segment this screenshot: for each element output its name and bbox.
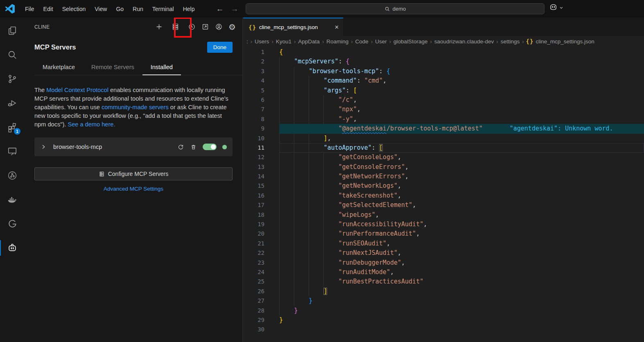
- line-content[interactable]: "wipeLogs",: [279, 210, 644, 220]
- line-number: 26: [243, 287, 264, 296]
- menu-selection[interactable]: Selection: [58, 3, 90, 15]
- line-content[interactable]: "npx",: [279, 105, 644, 114]
- line-content[interactable]: "runBestPracticesAudit": [279, 277, 644, 286]
- line-number: 12: [243, 153, 264, 162]
- line-content[interactable]: "getSelectedElement",: [279, 200, 644, 210]
- line-content[interactable]: "runNextJSAudit",: [279, 248, 644, 258]
- menu-help[interactable]: Help: [179, 3, 199, 15]
- line-content[interactable]: "browser-tools-mcp": {: [279, 67, 644, 76]
- activity-item-extensions-icon[interactable]: 1: [0, 117, 25, 137]
- json-file-icon: {}: [526, 38, 534, 45]
- activity-item-gitlens-icon[interactable]: [0, 166, 25, 185]
- line-content[interactable]: {: [279, 47, 644, 57]
- line-content[interactable]: "runPerformanceAudit",: [279, 229, 644, 239]
- command-center-search[interactable]: demo: [246, 3, 545, 14]
- line-number: 30: [243, 325, 264, 334]
- line-content[interactable]: "mcpServers": {: [279, 57, 644, 66]
- settings-gear-icon[interactable]: ⚙: [228, 22, 237, 32]
- done-button[interactable]: Done: [207, 42, 233, 53]
- copilot-menu[interactable]: [549, 3, 564, 12]
- line-number: 16: [243, 191, 264, 200]
- activity-item-explorer-icon[interactable]: [0, 21, 25, 40]
- forward-arrow-button[interactable]: →: [230, 4, 239, 14]
- line-content[interactable]: [279, 325, 644, 334]
- line-number: 22: [243, 248, 264, 258]
- menu-file[interactable]: File: [20, 3, 39, 15]
- configure-mcp-servers-button[interactable]: Configure MCP Servers: [34, 167, 233, 180]
- activity-item-run-debug-icon[interactable]: [0, 93, 25, 113]
- breadcrumb-item[interactable]: AppData: [298, 38, 320, 45]
- advanced-mcp-settings-link[interactable]: Advanced MCP Settings: [104, 186, 163, 192]
- link-see-a-demo-here[interactable]: See a demo here.: [68, 121, 115, 128]
- line-content[interactable]: "runAuditMode",: [279, 268, 644, 277]
- link-community-made-servers[interactable]: community-made servers: [102, 104, 169, 110]
- line-content[interactable]: "getNetworkErrors",: [279, 172, 644, 181]
- breadcrumb-item[interactable]: settings: [500, 38, 520, 45]
- tab-installed[interactable]: Installed: [142, 60, 181, 75]
- activity-item-remote-explorer-icon[interactable]: [0, 142, 25, 161]
- activity-item-search-icon[interactable]: [0, 45, 25, 65]
- open-in-editor-icon[interactable]: [201, 22, 210, 32]
- activity-item-cline-robot-icon[interactable]: [0, 238, 25, 258]
- line-content[interactable]: "autoApprove": [: [279, 143, 644, 153]
- activity-item-g-extension-icon[interactable]: [0, 214, 25, 234]
- breadcrumb-item[interactable]: Users: [254, 38, 269, 45]
- code-line-5: 5 "args": [: [243, 86, 644, 95]
- line-content[interactable]: }: [279, 315, 644, 325]
- activity-item-source-control-icon[interactable]: [0, 69, 25, 89]
- line-content[interactable]: "runDebuggerMode",: [279, 258, 644, 268]
- activity-item-docker-icon[interactable]: [0, 190, 25, 209]
- line-content[interactable]: }: [279, 306, 644, 315]
- line-content[interactable]: "@agentdeskai/browser-tools-mcp@latest""…: [279, 124, 644, 133]
- line-content[interactable]: "getNetworkLogs",: [279, 181, 644, 191]
- breadcrumb-item[interactable]: saoudrizwan.claude-dev: [434, 38, 495, 45]
- breadcrumb-separator: ›: [294, 38, 296, 45]
- menu-terminal[interactable]: Terminal: [148, 3, 179, 15]
- plus-icon[interactable]: [154, 22, 163, 32]
- line-content[interactable]: "runAccessibilityAudit",: [279, 220, 644, 229]
- line-content[interactable]: "takeScreenshot",: [279, 191, 644, 200]
- menu-bar: FileEditSelectionViewGoRunTerminalHelp: [20, 0, 199, 18]
- editor-tab-active[interactable]: {} cline_mcp_settings.json ✕: [243, 18, 343, 36]
- line-content[interactable]: "getConsoleErrors",: [279, 162, 644, 172]
- line-content[interactable]: "-y",: [279, 115, 644, 124]
- server-row-browser-tools-mcp[interactable]: browser-tools-mcp: [34, 137, 233, 156]
- line-content[interactable]: "getConsoleLogs",: [279, 153, 644, 162]
- server-toggle[interactable]: [203, 144, 217, 150]
- line-content[interactable]: "command": "cmd",: [279, 76, 644, 86]
- restart-server-icon[interactable]: [177, 144, 184, 151]
- breadcrumb-item[interactable]: User: [375, 38, 387, 45]
- account-icon[interactable]: [214, 22, 223, 32]
- close-tab-icon[interactable]: ✕: [334, 24, 339, 30]
- delete-server-icon[interactable]: [190, 144, 197, 151]
- menu-run[interactable]: Run: [128, 3, 148, 15]
- breadcrumb-item[interactable]: :: [246, 38, 249, 45]
- line-content[interactable]: "/c",: [279, 95, 644, 105]
- vscode-window: FileEditSelectionViewGoRunTerminalHelp ←…: [0, 0, 644, 342]
- breadcrumb-item[interactable]: globalStorage: [393, 38, 428, 45]
- tab-remote-servers[interactable]: Remote Servers: [83, 60, 142, 75]
- line-content[interactable]: }: [279, 296, 644, 306]
- breadcrumb-item[interactable]: Code: [355, 38, 369, 45]
- breadcrumb-item[interactable]: Kyou1: [276, 38, 292, 45]
- link-model-context-protocol[interactable]: Model Context Protocol: [46, 87, 108, 93]
- code-line-25: 25 "runBestPracticesAudit": [243, 277, 644, 286]
- code-line-30: 30: [243, 325, 644, 334]
- back-arrow-button[interactable]: ←: [215, 4, 224, 14]
- menu-edit[interactable]: Edit: [39, 3, 58, 15]
- json-file-icon: {}: [249, 24, 256, 31]
- breadcrumb-file[interactable]: {}cline_mcp_settings.json: [526, 38, 594, 45]
- menu-view[interactable]: View: [90, 3, 111, 15]
- line-content[interactable]: "runSEOAudit",: [279, 239, 644, 248]
- line-content[interactable]: ]: [279, 287, 644, 296]
- code-line-23: 23 "runDebuggerMode",: [243, 258, 644, 268]
- line-content[interactable]: ],: [279, 134, 644, 143]
- code-line-24: 24 "runAuditMode",: [243, 268, 644, 277]
- menu-go[interactable]: Go: [111, 3, 128, 15]
- chevron-right-icon[interactable]: [40, 144, 47, 150]
- line-content[interactable]: "args": [: [279, 86, 644, 95]
- code-editor[interactable]: 1{2 "mcpServers": {3 "browser-tools-mcp"…: [243, 47, 644, 335]
- breadcrumb-item[interactable]: Roaming: [326, 38, 349, 45]
- search-icon: [384, 6, 390, 12]
- tab-marketplace[interactable]: Marketplace: [34, 60, 83, 75]
